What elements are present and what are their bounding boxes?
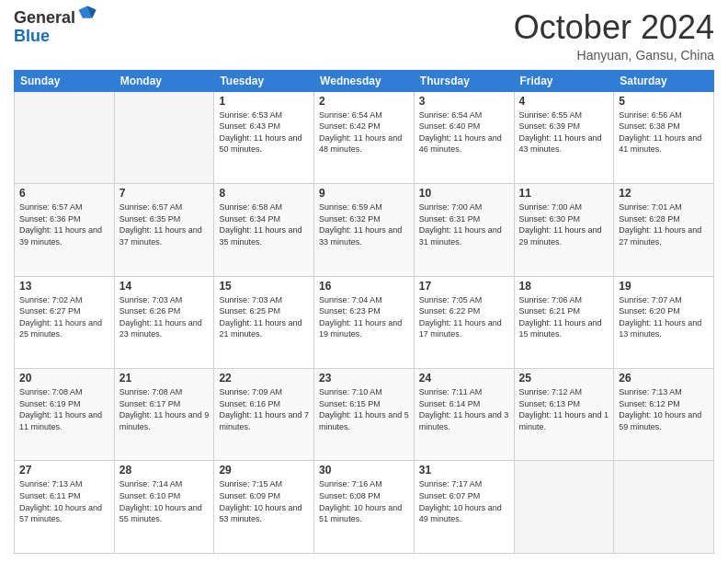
sunrise-label: Sunrise: 6:58 AM [219, 202, 282, 212]
sunrise-label: Sunrise: 6:54 AM [319, 110, 382, 120]
table-row: 11Sunrise: 7:00 AMSunset: 6:30 PMDayligh… [514, 184, 614, 276]
calendar-week-1: 6Sunrise: 6:57 AMSunset: 6:36 PMDaylight… [15, 184, 714, 276]
day-info: Sunrise: 7:03 AMSunset: 6:26 PMDaylight:… [119, 294, 210, 340]
sunset-label: Sunset: 6:09 PM [219, 491, 280, 500]
sunset-label: Sunset: 6:36 PM [19, 214, 81, 224]
daylight-label: Daylight: 11 hours and 27 minutes. [619, 225, 701, 247]
col-tuesday: Tuesday [214, 70, 314, 91]
col-thursday: Thursday [414, 70, 514, 91]
table-row: 6Sunrise: 6:57 AMSunset: 6:36 PMDaylight… [15, 184, 115, 276]
sunrise-label: Sunrise: 6:56 AM [619, 110, 682, 120]
daylight-label: Daylight: 10 hours and 49 minutes. [419, 503, 502, 524]
day-info: Sunrise: 7:00 AMSunset: 6:30 PMDaylight:… [519, 201, 609, 247]
sunset-label: Sunset: 6:40 PM [419, 121, 481, 131]
daylight-label: Daylight: 11 hours and 39 minutes. [19, 225, 102, 247]
day-number: 23 [319, 372, 409, 385]
day-info: Sunrise: 7:14 AMSunset: 6:10 PMDaylight:… [119, 478, 210, 524]
day-number: 29 [219, 464, 309, 477]
sunset-label: Sunset: 6:28 PM [619, 214, 680, 224]
day-info: Sunrise: 7:02 AMSunset: 6:27 PMDaylight:… [19, 294, 109, 340]
table-row: 10Sunrise: 7:00 AMSunset: 6:31 PMDayligh… [414, 184, 514, 276]
daylight-label: Daylight: 11 hours and 25 minutes. [19, 318, 102, 339]
table-row [15, 91, 115, 183]
sunset-label: Sunset: 6:12 PM [619, 399, 680, 408]
table-row: 21Sunrise: 7:08 AMSunset: 6:17 PMDayligh… [114, 369, 214, 461]
day-number: 1 [219, 95, 309, 108]
table-row: 2Sunrise: 6:54 AMSunset: 6:42 PMDaylight… [314, 91, 415, 183]
calendar-week-4: 27Sunrise: 7:13 AMSunset: 6:11 PMDayligh… [15, 461, 714, 554]
day-info: Sunrise: 7:00 AMSunset: 6:31 PMDaylight:… [419, 201, 509, 247]
daylight-label: Daylight: 11 hours and 23 minutes. [119, 318, 202, 339]
day-info: Sunrise: 7:16 AMSunset: 6:08 PMDaylight:… [319, 478, 409, 524]
header: General Blue October 2024 Hanyuan, Gansu… [14, 9, 714, 63]
daylight-label: Daylight: 10 hours and 57 minutes. [19, 503, 102, 524]
sunset-label: Sunset: 6:38 PM [619, 121, 680, 131]
sunset-label: Sunset: 6:13 PM [519, 399, 581, 408]
day-info: Sunrise: 6:53 AMSunset: 6:43 PMDaylight:… [219, 109, 309, 155]
daylight-label: Daylight: 10 hours and 55 minutes. [119, 503, 202, 524]
sunset-label: Sunset: 6:07 PM [419, 491, 481, 500]
day-number: 16 [319, 280, 409, 293]
daylight-label: Daylight: 11 hours and 19 minutes. [319, 318, 402, 339]
table-row: 18Sunrise: 7:06 AMSunset: 6:21 PMDayligh… [514, 276, 614, 368]
sunset-label: Sunset: 6:43 PM [219, 121, 280, 131]
sunrise-label: Sunrise: 7:05 AM [419, 295, 483, 304]
table-row: 27Sunrise: 7:13 AMSunset: 6:11 PMDayligh… [15, 461, 115, 554]
sunset-label: Sunset: 6:30 PM [519, 214, 581, 224]
day-number: 7 [119, 187, 210, 200]
col-sunday: Sunday [15, 70, 115, 91]
table-row: 9Sunrise: 6:59 AMSunset: 6:32 PMDaylight… [314, 184, 415, 276]
day-number: 9 [319, 187, 409, 200]
day-info: Sunrise: 7:11 AMSunset: 6:14 PMDaylight:… [419, 386, 509, 432]
table-row: 1Sunrise: 6:53 AMSunset: 6:43 PMDaylight… [214, 91, 314, 183]
daylight-label: Daylight: 11 hours and 1 minute. [519, 410, 609, 431]
sunset-label: Sunset: 6:08 PM [319, 491, 381, 500]
day-info: Sunrise: 7:09 AMSunset: 6:16 PMDaylight:… [219, 386, 309, 432]
sunrise-label: Sunrise: 6:53 AM [219, 110, 282, 120]
day-number: 3 [419, 95, 509, 108]
day-info: Sunrise: 6:54 AMSunset: 6:40 PMDaylight:… [419, 109, 509, 155]
day-info: Sunrise: 6:55 AMSunset: 6:39 PMDaylight:… [519, 109, 609, 155]
day-number: 10 [419, 187, 509, 200]
table-row: 25Sunrise: 7:12 AMSunset: 6:13 PMDayligh… [514, 369, 614, 461]
page: General Blue October 2024 Hanyuan, Gansu… [0, 0, 728, 563]
table-row: 19Sunrise: 7:07 AMSunset: 6:20 PMDayligh… [614, 276, 714, 368]
daylight-label: Daylight: 10 hours and 53 minutes. [219, 503, 301, 524]
sunset-label: Sunset: 6:20 PM [619, 306, 680, 316]
sunset-label: Sunset: 6:19 PM [19, 399, 81, 408]
day-number: 6 [19, 187, 109, 200]
day-number: 11 [519, 187, 609, 200]
day-number: 2 [319, 95, 409, 108]
daylight-label: Daylight: 10 hours and 51 minutes. [319, 503, 402, 524]
sunset-label: Sunset: 6:10 PM [119, 491, 181, 500]
sunrise-label: Sunrise: 7:08 AM [19, 387, 83, 396]
daylight-label: Daylight: 11 hours and 29 minutes. [519, 225, 602, 247]
day-info: Sunrise: 6:59 AMSunset: 6:32 PMDaylight:… [319, 201, 409, 247]
sunrise-label: Sunrise: 7:02 AM [19, 295, 83, 304]
day-info: Sunrise: 7:08 AMSunset: 6:19 PMDaylight:… [19, 386, 109, 432]
table-row: 5Sunrise: 6:56 AMSunset: 6:38 PMDaylight… [614, 91, 714, 183]
sunset-label: Sunset: 6:21 PM [519, 306, 581, 316]
sunrise-label: Sunrise: 7:13 AM [19, 479, 83, 488]
sunrise-label: Sunrise: 7:04 AM [319, 295, 382, 304]
sunrise-label: Sunrise: 7:15 AM [219, 479, 282, 488]
table-row [514, 461, 614, 554]
table-row: 16Sunrise: 7:04 AMSunset: 6:23 PMDayligh… [314, 276, 415, 368]
sunset-label: Sunset: 6:22 PM [419, 306, 481, 316]
sunset-label: Sunset: 6:23 PM [319, 306, 381, 316]
day-number: 22 [219, 372, 309, 385]
day-info: Sunrise: 7:12 AMSunset: 6:13 PMDaylight:… [519, 386, 609, 432]
daylight-label: Daylight: 11 hours and 21 minutes. [219, 318, 301, 339]
col-friday: Friday [514, 70, 614, 91]
sunset-label: Sunset: 6:15 PM [319, 399, 381, 408]
sunrise-label: Sunrise: 7:10 AM [319, 387, 382, 396]
sunrise-label: Sunrise: 7:16 AM [319, 479, 382, 488]
day-number: 17 [419, 280, 509, 293]
sunrise-label: Sunrise: 7:12 AM [519, 387, 583, 396]
table-row: 24Sunrise: 7:11 AMSunset: 6:14 PMDayligh… [414, 369, 514, 461]
month-title: October 2024 [514, 9, 714, 46]
day-number: 26 [619, 372, 709, 385]
daylight-label: Daylight: 11 hours and 3 minutes. [419, 410, 509, 431]
sunset-label: Sunset: 6:14 PM [419, 399, 481, 408]
daylight-label: Daylight: 11 hours and 48 minutes. [319, 133, 402, 155]
